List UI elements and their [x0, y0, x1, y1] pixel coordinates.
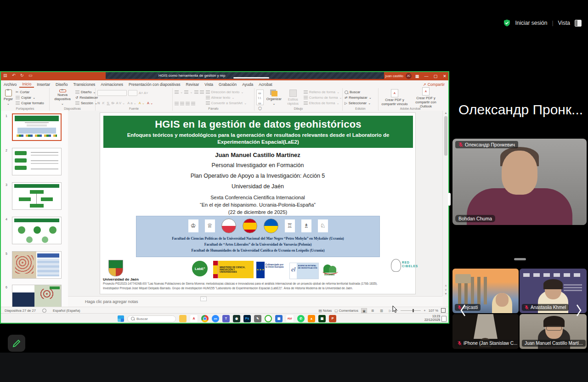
- app-a-icon[interactable]: A: [190, 315, 198, 323]
- start-button[interactable]: [118, 315, 124, 322]
- shape-effects-button[interactable]: Efectos de forma ⌄: [304, 101, 342, 105]
- main-video-tile[interactable]: Олександр Пронкевич Bohdan Chuma: [452, 139, 587, 225]
- strikethrough-button[interactable]: S: [111, 101, 114, 105]
- dark-green-app-icon[interactable]: ▦: [318, 315, 326, 322]
- case-button[interactable]: Aa⌄: [127, 101, 137, 105]
- create-pdf-link-button[interactable]: ACrear PDF y compartir vínculo: [380, 90, 409, 106]
- slide-thumbnail-6[interactable]: [12, 285, 62, 307]
- smartart-button[interactable]: Convertir a SmartArt ⌄: [206, 101, 247, 105]
- slide-sorter-view-button[interactable]: ⊞: [370, 308, 376, 313]
- font-color-button[interactable]: A⌄: [147, 101, 154, 105]
- replace-button[interactable]: ⇄Reemplazar ⌄: [345, 96, 372, 100]
- chrome-icon[interactable]: [201, 315, 209, 322]
- annotate-button[interactable]: [8, 335, 25, 352]
- tab-archivo[interactable]: Archivo: [1, 81, 19, 87]
- indent-icon[interactable]: [194, 90, 198, 94]
- copy-button[interactable]: Copiar ⌄: [16, 96, 44, 100]
- photoshop-icon[interactable]: Ps: [243, 315, 251, 322]
- ppt-quick-access-toolbar[interactable]: ▤ ↶ ↻ ▭: [3, 73, 34, 78]
- tab-vista[interactable]: Vista: [202, 81, 216, 87]
- bold-button[interactable]: N: [97, 101, 101, 105]
- tab-animaciones[interactable]: Animaciones: [98, 81, 126, 87]
- accessibility-icon[interactable]: [42, 309, 46, 313]
- slide-thumbnail-4[interactable]: [12, 217, 62, 244]
- slide-thumbnail-1[interactable]: [12, 113, 62, 141]
- file-explorer-icon[interactable]: [179, 315, 187, 322]
- tab-ayuda[interactable]: Ayuda: [239, 81, 256, 87]
- taskbar-clock[interactable]: 13:23 22/12/2025: [424, 315, 440, 322]
- text-direction-button[interactable]: Dirección del texto ⌄: [206, 90, 247, 94]
- design-ideas-button[interactable]: Diseño ⌄: [75, 90, 98, 94]
- view-button[interactable]: Vista: [558, 20, 570, 26]
- create-pdf-outlook-button[interactable]: ACrear PDF y compartir con Outlook: [411, 90, 441, 106]
- notes-area[interactable]: Haga clic para agregar notas –: [68, 296, 442, 307]
- sign-in-button[interactable]: Iniciar sesión: [515, 20, 547, 26]
- zoom-level[interactable]: 107 %: [429, 309, 438, 313]
- green-ring-app-icon[interactable]: [265, 315, 272, 322]
- office-app-icon[interactable]: ▦: [275, 315, 283, 322]
- tab-inicio[interactable]: Inicio: [19, 81, 34, 88]
- current-slide[interactable]: HGIS en la gestión de datos geohistórico…: [100, 112, 416, 294]
- slide-thumbnail-3[interactable]: [12, 182, 62, 210]
- tab-insertar[interactable]: Insertar: [34, 81, 53, 87]
- prev-participants-icon[interactable]: [459, 304, 467, 317]
- zoom-app-icon[interactable]: zm: [212, 315, 219, 322]
- tab-acrobat[interactable]: Acrobat: [256, 81, 275, 87]
- panel-resize-handle[interactable]: [448, 193, 451, 206]
- vlc-icon[interactable]: ▲: [308, 315, 315, 322]
- normal-view-button[interactable]: ▣: [361, 308, 367, 313]
- next-participants-icon[interactable]: [575, 304, 582, 317]
- tab-revisar[interactable]: Revisar: [183, 81, 202, 87]
- notes-toggle[interactable]: ▤ Notas: [318, 309, 332, 313]
- select-button[interactable]: ▷Seleccionar ⌄: [345, 101, 372, 105]
- notes-splitter-handle[interactable]: –: [200, 297, 207, 301]
- ppt-account-avatar[interactable]: JC: [406, 73, 412, 79]
- shape-outline-button[interactable]: Contorno de forma ⌄: [304, 96, 342, 100]
- scrollbar-thumb[interactable]: [444, 116, 447, 156]
- cut-button[interactable]: ✂Cortar: [16, 90, 44, 94]
- ppt-share-button[interactable]: ↗ Compartir: [423, 82, 445, 87]
- arrange-button[interactable]: Organizar⌄: [266, 90, 283, 106]
- utility-app-icon[interactable]: ✎: [254, 315, 261, 322]
- numbering-icon[interactable]: [184, 90, 188, 94]
- paste-button[interactable]: Pegar⌄: [3, 90, 14, 106]
- tab-grabacion[interactable]: Grabación: [216, 81, 239, 87]
- fit-slide-icon[interactable]: [441, 308, 446, 313]
- highlight-button[interactable]: A⌄: [139, 101, 146, 105]
- font-name-select[interactable]: [97, 90, 127, 96]
- teams-icon[interactable]: T: [222, 315, 230, 322]
- ppt-account-name[interactable]: juan castillo: [381, 74, 403, 78]
- find-button[interactable]: Buscar: [345, 90, 372, 94]
- zoom-slider[interactable]: [401, 310, 421, 311]
- whatsapp-icon[interactable]: ✆: [297, 315, 305, 322]
- maximize-button[interactable]: ▢: [432, 73, 439, 79]
- spacing-icon[interactable]: [200, 90, 204, 94]
- view-layout-icon[interactable]: [575, 20, 582, 27]
- align-left-icon[interactable]: [175, 102, 179, 105]
- security-shield-icon[interactable]: [503, 19, 510, 27]
- participant-tile-3[interactable]: iPhone (Jan Stanislaw C...: [452, 314, 519, 349]
- justify-icon[interactable]: [191, 102, 195, 105]
- format-painter-button[interactable]: Copiar formato: [16, 101, 44, 105]
- quick-styles-button[interactable]: Estilos rápidos: [284, 90, 302, 106]
- tab-presentacion[interactable]: Presentación con diapositivas: [126, 81, 183, 87]
- taskbar-search[interactable]: Buscar: [127, 315, 176, 322]
- tab-diseno[interactable]: Diseño: [53, 81, 70, 87]
- align-center-icon[interactable]: [180, 102, 184, 105]
- tab-transiciones[interactable]: Transiciones: [70, 81, 98, 87]
- panel-drag-handle[interactable]: [514, 258, 526, 260]
- char-spacing-button[interactable]: AV⌄: [116, 101, 126, 105]
- camera-app-icon[interactable]: ◉: [233, 315, 240, 322]
- slide-nav-buttons[interactable]: ∧∨▼: [443, 284, 449, 296]
- slide-thumbnail-5[interactable]: [12, 251, 62, 279]
- slide-thumbnail-2[interactable]: [12, 148, 62, 175]
- zoom-in-button[interactable]: +: [424, 309, 425, 313]
- new-slide-button[interactable]: Nueva diapositiva⌄: [51, 90, 74, 106]
- comments-toggle[interactable]: ▢ Comentarios: [334, 309, 358, 313]
- close-button[interactable]: ✕: [441, 73, 448, 79]
- language-selector[interactable]: Español (España): [53, 309, 80, 313]
- acrobat-icon[interactable]: PDF: [286, 315, 294, 323]
- reset-button[interactable]: ↺Restablecer: [75, 96, 98, 100]
- reading-view-button[interactable]: ▥: [379, 308, 384, 313]
- minimize-button[interactable]: —: [423, 73, 430, 79]
